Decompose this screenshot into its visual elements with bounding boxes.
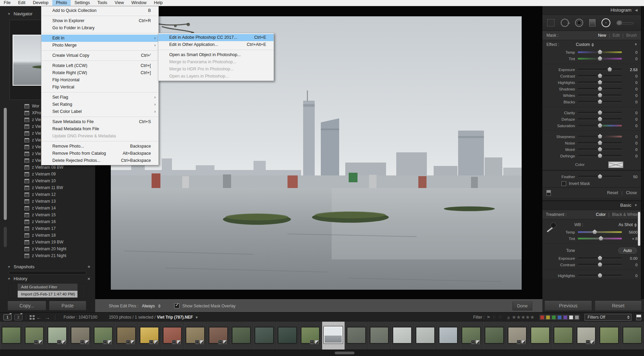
photo-menu-item[interactable]: Delete Rejected Photos...Ctrl+Backspace: [41, 157, 158, 164]
crop-badge-icon[interactable]: [80, 340, 84, 344]
photo-menu-item[interactable]: Remove Photo from CatalogAlt+Backspace: [41, 150, 158, 157]
photo-menu-item[interactable]: Show in ExplorerCtrl+R: [41, 17, 158, 24]
blacks-slider[interactable]: [578, 101, 622, 103]
defringe-slider[interactable]: [578, 155, 622, 157]
slider-knob[interactable]: [598, 110, 602, 115]
feather-slider[interactable]: [578, 176, 622, 177]
noise-slider[interactable]: [578, 142, 622, 144]
filmstrip-thumbnail[interactable]: [207, 322, 230, 350]
photo-menu-item[interactable]: Add to Quick CollectionB: [41, 7, 158, 14]
slider-knob[interactable]: [598, 56, 602, 61]
filmstrip-thumbnail[interactable]: [46, 322, 69, 350]
filmstrip-thumbnail[interactable]: [345, 322, 368, 350]
star-icon[interactable]: ★: [521, 314, 525, 320]
adjustment-brush-icon[interactable]: [616, 19, 632, 26]
wb-eyedropper-icon[interactable]: [545, 221, 557, 236]
filmstrip-thumbnail[interactable]: [552, 322, 575, 350]
exposure-slider[interactable]: [578, 257, 622, 259]
done-button[interactable]: Done: [512, 302, 532, 310]
history-item[interactable]: Import (25-Feb-17 1:47:40 PM): [18, 291, 77, 298]
menu-tools[interactable]: Tools: [93, 0, 111, 6]
filmstrip-thumbnail[interactable]: ●●●: [322, 322, 345, 350]
rating-gte-icon[interactable]: ≥: [507, 315, 510, 320]
edit-in-item[interactable]: Open as Smart Object in Photoshop...: [158, 51, 274, 58]
auto-tone-button[interactable]: Auto: [618, 248, 637, 254]
crop-badge-icon[interactable]: [149, 340, 153, 344]
wb-preset-select[interactable]: As Shot: [619, 221, 637, 229]
photo-menu-item[interactable]: Set Flag›: [41, 94, 158, 101]
photo-menu-item[interactable]: Photo Merge›: [41, 42, 158, 49]
crop-badge-icon[interactable]: [57, 340, 61, 344]
adjustment-badge-icon[interactable]: [131, 340, 135, 344]
temp-slider[interactable]: [578, 51, 622, 53]
color-chip[interactable]: [569, 315, 573, 320]
whites-slider[interactable]: [578, 95, 622, 96]
slider-knob[interactable]: [598, 93, 602, 97]
photo-menu-item[interactable]: Flip Vertical: [41, 84, 158, 91]
filename-dropdown-icon[interactable]: ▼: [195, 316, 198, 319]
folder-item[interactable]: z Vietnam 19 BW: [0, 239, 95, 245]
panel-toggle-switch[interactable]: [546, 190, 551, 196]
show-edit-pins-select[interactable]: Always: [142, 304, 155, 308]
sharpness-slider[interactable]: [578, 136, 622, 137]
highlights-slider[interactable]: [578, 275, 622, 276]
filmstrip-thumbnail[interactable]: [138, 322, 161, 350]
second-window-button[interactable]: 2: [14, 314, 22, 320]
temp-slider[interactable]: [578, 231, 622, 233]
slider-knob[interactable]: [598, 80, 602, 84]
photo-menu-item[interactable]: Go to Folder in Library: [41, 24, 158, 32]
photo-menu-item[interactable]: Save Metadata to FileCtrl+S: [41, 118, 158, 125]
color-chip[interactable]: [575, 315, 579, 320]
radial-filter-icon[interactable]: [602, 18, 610, 27]
mask-new-button[interactable]: New: [598, 31, 606, 40]
red-eye-correction-icon[interactable]: [575, 19, 583, 27]
menu-window[interactable]: Window: [127, 0, 150, 6]
moiré-slider[interactable]: [578, 149, 622, 150]
grid-view-icon[interactable]: [30, 315, 35, 320]
crop-badge-icon[interactable]: [172, 340, 176, 344]
folder-item[interactable]: z Vietnam 18: [0, 232, 95, 239]
filters-toggle-switch[interactable]: [636, 315, 641, 320]
filmstrip-thumbnail[interactable]: [184, 322, 207, 350]
flag-unflagged-icon[interactable]: ⚐: [492, 315, 497, 320]
slider-knob[interactable]: [598, 153, 602, 158]
mask-edit-button[interactable]: Edit: [613, 31, 620, 40]
right-panel-edge-strip[interactable]: [641, 6, 644, 299]
folder-item[interactable]: z Vietnam 13: [0, 198, 95, 205]
histogram-panel-header[interactable]: Histogram ◀: [542, 6, 641, 15]
mask-close-button[interactable]: Close: [626, 190, 637, 195]
color-chip[interactable]: [563, 315, 568, 320]
filters-preset-select[interactable]: Filters Off: [585, 314, 631, 321]
adjustment-badge-icon[interactable]: [315, 340, 319, 344]
filmstrip-thumbnail[interactable]: [414, 322, 437, 350]
color-chip[interactable]: [546, 315, 550, 320]
slider-knob[interactable]: [598, 117, 602, 121]
filmstrip-thumbnail[interactable]: [391, 322, 414, 350]
slider-knob[interactable]: [598, 256, 602, 260]
folder-item[interactable]: z Vietnam 20 Night: [0, 245, 95, 252]
treatment-color-button[interactable]: Color: [596, 210, 606, 219]
clear-history-icon[interactable]: ✕: [87, 275, 90, 282]
folder-item[interactable]: z Vietnam 10: [0, 177, 95, 184]
dehaze-slider[interactable]: [578, 118, 622, 120]
exposure-slider[interactable]: [578, 69, 622, 70]
photo-menu-item[interactable]: Flip Horizontal: [41, 77, 158, 84]
filmstrip-thumbnail[interactable]: [621, 322, 644, 350]
slider-knob[interactable]: [598, 134, 602, 138]
menu-view[interactable]: View: [111, 0, 128, 6]
crop-badge-icon[interactable]: [310, 340, 314, 344]
mask-overlay-checkbox[interactable]: [174, 303, 179, 308]
go-forward-icon[interactable]: →: [45, 315, 50, 320]
photo-menu-item[interactable]: Set Rating›: [41, 101, 158, 108]
flag-reject-icon[interactable]: ⚐: [499, 315, 503, 320]
tint-slider[interactable]: [578, 238, 622, 239]
filmstrip-thumbnail[interactable]: [529, 322, 552, 350]
filmstrip-thumbnail[interactable]: [506, 322, 529, 350]
star-icon[interactable]: ★: [516, 314, 521, 320]
photo-menu-item[interactable]: Rotate Left (CCW)Ctrl+[: [41, 62, 158, 69]
filmstrip-thumbnail[interactable]: [253, 322, 276, 350]
filmstrip-thumbnail[interactable]: [161, 322, 184, 350]
slider-knob[interactable]: [598, 273, 602, 277]
adjustment-badge-icon[interactable]: [108, 340, 112, 344]
photo-menu-item[interactable]: Edit In›: [41, 35, 158, 42]
